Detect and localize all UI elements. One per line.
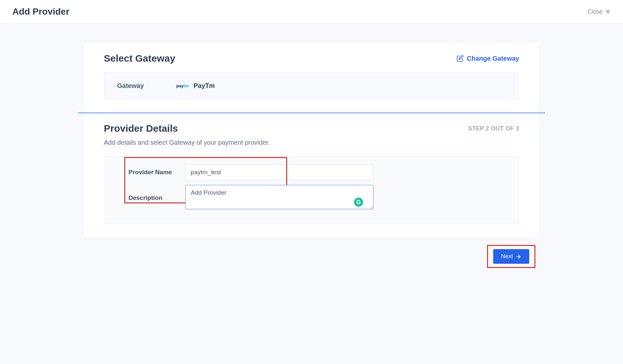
step-indicator: STEP 2 OUT OF 3: [468, 125, 519, 132]
change-gateway-button[interactable]: Change Gateway: [457, 55, 519, 62]
provider-name-label: Provider Name: [117, 169, 185, 176]
edit-icon: [457, 55, 464, 62]
step-header: Provider Details STEP 2 OUT OF 3: [104, 123, 519, 134]
section-header: Select Gateway Change Gateway: [104, 53, 519, 64]
gateway-display-box: Gateway paytm PayTm: [104, 72, 519, 100]
form-panel: Provider Name Description G: [104, 156, 519, 224]
gateway-value: paytm PayTm: [176, 82, 215, 90]
gateway-label: Gateway: [117, 82, 144, 90]
textarea-wrapper: G: [185, 185, 373, 211]
close-icon: ✕: [605, 8, 611, 15]
description-label: Description: [117, 194, 185, 201]
modal-header: Add Provider Close ✕: [0, 0, 623, 24]
page-title: Add Provider: [12, 6, 69, 17]
section-subtitle: Add details and select Gateway of your p…: [104, 139, 519, 146]
select-gateway-section: Select Gateway Change Gateway Gateway pa…: [84, 43, 539, 113]
provider-name-input[interactable]: [185, 164, 373, 180]
provider-details-section: Provider Details STEP 2 OUT OF 3 Add det…: [84, 113, 539, 237]
provider-name-row: Provider Name: [104, 164, 519, 180]
section-title: Provider Details: [104, 123, 178, 134]
gateway-name: PayTm: [194, 82, 215, 90]
content-area: Select Gateway Change Gateway Gateway pa…: [0, 24, 623, 363]
footer-actions: Next: [84, 245, 539, 268]
paytm-logo-icon: paytm: [176, 83, 189, 88]
change-gateway-label: Change Gateway: [467, 55, 519, 62]
next-button[interactable]: Next: [493, 249, 529, 264]
section-title: Select Gateway: [104, 53, 175, 64]
close-label: Close: [588, 8, 603, 15]
grammarly-icon: G: [354, 198, 363, 207]
close-button[interactable]: Close ✕: [588, 8, 611, 15]
description-row: Description G: [104, 185, 519, 211]
description-textarea[interactable]: [185, 185, 373, 209]
highlight-annotation: Next: [487, 245, 535, 268]
next-label: Next: [501, 253, 513, 260]
arrow-right-icon: [516, 254, 521, 260]
